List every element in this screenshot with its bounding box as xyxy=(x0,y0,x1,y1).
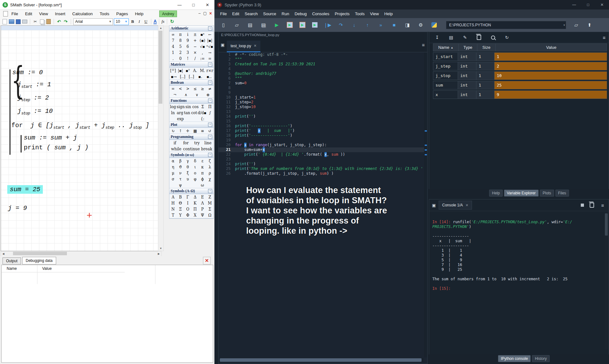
palette-symbol-[interactable]: ≥ xyxy=(199,86,206,92)
undo-icon[interactable]: ↶ xyxy=(56,19,62,24)
code-line-8[interactable]: 8 xyxy=(219,86,424,90)
palette-symbol-log[interactable]: log xyxy=(169,104,177,110)
code-line-16[interactable]: 16print('----------------') xyxy=(219,124,424,128)
editor-horizontal-scrollbar[interactable] xyxy=(219,358,423,362)
code-line-11[interactable]: 11j_step=2 xyxy=(219,100,424,105)
close-tab-icon[interactable]: ✕ xyxy=(254,44,257,48)
redo-icon[interactable]: ↷ xyxy=(63,19,69,24)
import-data-icon[interactable]: ↧ xyxy=(434,35,440,40)
palette-symbol-arg[interactable]: arg xyxy=(176,110,183,116)
collapse-section-icon[interactable]: − xyxy=(208,189,212,193)
palette-symbol-[interactable]: Σ xyxy=(199,104,206,110)
palette-symbol-6[interactable]: 6 xyxy=(184,43,191,49)
palette-symbol-[interactable]: ∧ xyxy=(180,92,192,98)
mdi-close-icon[interactable]: × xyxy=(209,11,212,16)
math-result-sum[interactable]: sum = 25 xyxy=(7,185,43,194)
palette-symbol-[interactable]: ϑ xyxy=(177,164,184,170)
palette-symbol-[interactable]: . xyxy=(169,55,177,62)
palette-symbol-[interactable]: Ν xyxy=(169,206,177,212)
console-scrollbar[interactable] xyxy=(605,212,608,349)
spyder-menu-projects[interactable]: Projects xyxy=(335,11,350,16)
palette-symbol-a[interactable]: A. xyxy=(192,68,199,74)
code-line-22[interactable]: 22 print(' {0:4d} | {1:4d} '.format( x, … xyxy=(219,152,424,157)
palette-symbol-[interactable]: ↑ xyxy=(177,128,184,134)
scroll-down-icon[interactable]: ▼ xyxy=(158,246,163,251)
palette-symbol-[interactable]: Α xyxy=(169,194,177,200)
collapse-section-icon[interactable]: − xyxy=(208,153,212,157)
smath-menu-insert[interactable]: Insert xyxy=(55,11,65,16)
close-console-icon[interactable]: ✕ xyxy=(465,203,468,207)
palette-symbol-cot[interactable]: cot xyxy=(191,110,198,116)
variable-name[interactable]: j_stop xyxy=(433,71,458,80)
palette-symbol-[interactable]: Ε xyxy=(199,194,206,200)
palette-symbol-[interactable]: ▪.. xyxy=(205,74,213,80)
save-icon[interactable] xyxy=(15,19,21,24)
italic-button[interactable]: I xyxy=(136,19,142,24)
palette-symbol-[interactable]: ← xyxy=(206,31,213,37)
smath-menu-calculation[interactable]: Calculation xyxy=(72,11,93,16)
variable-size[interactable]: 1 xyxy=(476,52,494,61)
palette-symbol-r-r[interactable]: r×r xyxy=(206,68,213,74)
math-j-start[interactable]: jstart := 1 xyxy=(17,81,51,89)
mdi-minimize-icon[interactable]: – xyxy=(199,11,201,16)
math-print-call[interactable]: print ( sum , j ) xyxy=(24,144,88,151)
palette-symbol-[interactable]: + xyxy=(192,37,199,43)
run-cell-icon[interactable]: ▶ xyxy=(287,22,293,28)
tab-debugging-data[interactable]: Debugging data xyxy=(22,257,56,264)
spyder-menu-view[interactable]: View xyxy=(370,11,379,16)
palette-symbol-[interactable]: ρ xyxy=(206,170,213,176)
palette-symbol-[interactable]: ξ xyxy=(184,170,191,176)
palette-symbol-[interactable]: ψ xyxy=(169,182,192,188)
editor-scrollbar[interactable] xyxy=(424,52,427,357)
palette-symbol-[interactable]: δ xyxy=(192,158,199,164)
palette-symbol-8[interactable]: 8 xyxy=(177,37,184,43)
collapse-section-icon[interactable]: − xyxy=(208,99,212,103)
palette-symbol-[interactable]: Υ xyxy=(177,212,184,218)
variable-name[interactable]: j_step xyxy=(433,62,458,70)
save-all-icon[interactable]: ▤ xyxy=(260,22,267,28)
palette-symbol-[interactable]: , xyxy=(199,49,206,55)
spyder-menu-source[interactable]: Source xyxy=(263,11,276,16)
stop-debug-icon[interactable]: ■ xyxy=(391,22,397,28)
variable-value[interactable]: 2 xyxy=(494,62,607,70)
code-line-10[interactable]: 10j_start=1 xyxy=(219,95,424,100)
code-line-23[interactable]: 23 xyxy=(219,157,424,162)
palette-symbol-break[interactable]: break xyxy=(200,146,213,152)
canvas-vertical-scrollbar[interactable]: ▲ ▼ xyxy=(158,25,164,251)
code-line-2[interactable]: 2""" xyxy=(219,57,424,62)
run-icon[interactable]: ▶ xyxy=(273,22,280,28)
variable-value[interactable]: 9 xyxy=(494,90,607,99)
palette-symbol-[interactable]: Ω xyxy=(206,212,213,218)
code-line-12[interactable]: 12j_stop=10 xyxy=(219,105,424,109)
palette-symbol-[interactable]: Κ xyxy=(192,200,199,206)
smath-menu-pages[interactable]: Pages xyxy=(116,11,128,16)
palette-symbol-[interactable]: Χ xyxy=(192,212,199,218)
console-options-icon[interactable]: ≡ xyxy=(600,202,606,208)
variable-explorer-options-icon[interactable]: ≡ xyxy=(603,35,606,40)
palette-symbol-try[interactable]: try xyxy=(192,140,203,146)
collapse-section-icon[interactable]: − xyxy=(208,26,212,30)
palette-symbol-[interactable]: ↺ xyxy=(206,128,213,134)
palette-symbol-[interactable]: Ξ xyxy=(177,206,184,212)
print-icon[interactable] xyxy=(22,19,28,24)
andrey-user-button[interactable]: Andrey xyxy=(159,10,177,17)
remove-console-vars-icon[interactable] xyxy=(589,202,595,208)
palette-symbol-while[interactable]: while xyxy=(169,146,183,152)
palette-symbol-[interactable]: υ xyxy=(184,176,191,182)
variable-size[interactable]: 1 xyxy=(476,71,494,80)
palette-symbol-[interactable]: γ xyxy=(184,158,191,164)
vertical-scroll-thumb[interactable] xyxy=(159,31,162,104)
palette-symbol-[interactable]: χ xyxy=(206,176,213,182)
scroll-right-icon[interactable]: ▶ xyxy=(156,252,161,255)
smath-minimize-icon[interactable]: — xyxy=(173,0,187,10)
parent-directory-icon[interactable]: ⬆ xyxy=(586,22,593,28)
palette-symbol-[interactable]: Θ xyxy=(177,200,184,206)
save-data-as-icon[interactable]: ✎ xyxy=(462,35,468,40)
code-line-9[interactable]: 9 xyxy=(219,90,424,95)
spyder-menu-help[interactable]: Help xyxy=(384,11,393,16)
code-line-7[interactable]: 7sum=0 xyxy=(219,81,424,86)
palette-symbol-[interactable]: ≠ xyxy=(206,86,213,92)
python-env-icon[interactable] xyxy=(431,22,437,28)
variable-type[interactable]: int xyxy=(458,62,476,70)
new-file-icon[interactable] xyxy=(2,19,8,24)
